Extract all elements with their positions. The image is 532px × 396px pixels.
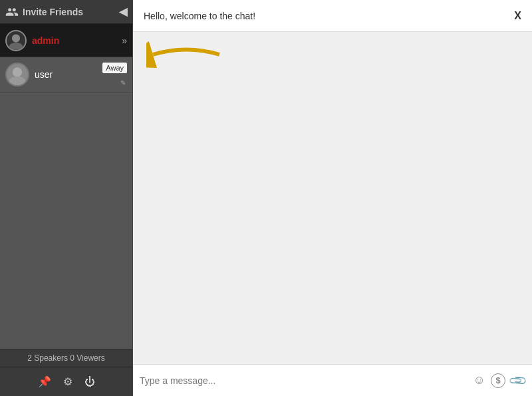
admin-avatar bbox=[5, 30, 27, 51]
chat-input-bar: ☺ $ 📎 bbox=[133, 364, 532, 396]
collapse-icon[interactable]: ◀ bbox=[119, 5, 127, 18]
sidebar: Invite Friends ◀ admin » user Away ✎ 2 S… bbox=[0, 0, 133, 396]
attach-button[interactable]: 📎 bbox=[507, 370, 528, 391]
chat-messages bbox=[133, 75, 532, 364]
pin-button[interactable]: 📌 bbox=[38, 375, 51, 388]
user-status-badge: Away bbox=[102, 63, 127, 73]
main-chat: Hello, welcome to the chat! X ☺ $ 📎 bbox=[133, 0, 532, 396]
arrow-annotation-area bbox=[133, 32, 532, 75]
close-banner-button[interactable]: X bbox=[514, 10, 521, 22]
admin-chevron-icon[interactable]: » bbox=[122, 35, 127, 46]
admin-name: admin bbox=[32, 35, 116, 46]
power-button[interactable]: ⏻ bbox=[84, 376, 95, 388]
svg-point-2 bbox=[13, 67, 22, 77]
svg-point-1 bbox=[9, 42, 23, 49]
sidebar-header: Invite Friends ◀ bbox=[0, 0, 132, 24]
arrow-icon bbox=[146, 41, 226, 68]
user-avatar bbox=[5, 63, 29, 87]
svg-point-3 bbox=[9, 77, 26, 85]
dollar-button[interactable]: $ bbox=[491, 373, 505, 388]
sidebar-header-left: Invite Friends bbox=[5, 5, 83, 19]
sidebar-spacer bbox=[0, 93, 132, 349]
sidebar-info: 2 Speakers 0 Viewers bbox=[0, 349, 132, 367]
emoji-button[interactable]: ☺ bbox=[473, 373, 485, 387]
settings-button[interactable]: ⚙ bbox=[63, 375, 72, 388]
admin-user-row[interactable]: admin » bbox=[0, 24, 132, 57]
user-row[interactable]: user Away ✎ bbox=[0, 57, 132, 93]
message-input[interactable] bbox=[140, 375, 468, 386]
welcome-message: Hello, welcome to the chat! bbox=[144, 11, 255, 21]
svg-point-0 bbox=[12, 34, 20, 42]
edit-icon: ✎ bbox=[120, 79, 126, 87]
invite-friends-icon bbox=[5, 5, 19, 19]
sidebar-toolbar: 📌 ⚙ ⏻ bbox=[0, 367, 132, 396]
sidebar-title: Invite Friends bbox=[23, 7, 83, 17]
welcome-banner: Hello, welcome to the chat! X bbox=[133, 0, 532, 32]
